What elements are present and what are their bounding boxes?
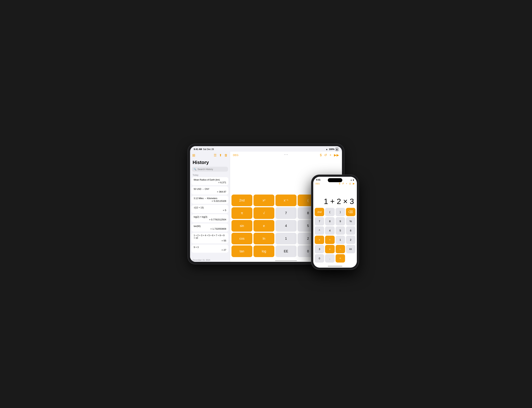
- iphone-btn-power[interactable]: ^: [315, 226, 324, 235]
- btn-4[interactable]: 4: [275, 220, 296, 232]
- history-result: = 5.02115328: [194, 200, 226, 202]
- iphone-btn-equals[interactable]: =: [336, 254, 345, 263]
- dot-2: [286, 154, 286, 155]
- btn-tan[interactable]: tan: [232, 246, 252, 257]
- history-expr: √(12 + 13): [194, 206, 226, 209]
- history-expr: tan(60): [194, 225, 226, 228]
- history-expr: 3.12 Miles → Kilometers: [194, 197, 226, 200]
- btn-ln[interactable]: ln: [253, 233, 274, 244]
- iphone-btn-dot[interactable]: .: [325, 254, 334, 263]
- iphone-btn-0[interactable]: 0: [315, 254, 324, 263]
- iphone-btn-open-paren[interactable]: (: [325, 208, 334, 216]
- btn-7[interactable]: 7: [275, 207, 296, 219]
- history-expr: Mean Radius of Earth (km): [194, 178, 226, 181]
- btn-2nd[interactable]: 2nd: [232, 195, 252, 206]
- list-item: 9 × 3 = 27: [191, 245, 228, 253]
- history-expr: 1 + 2 + 3 + 4 + 5 + 6 + 7 + 8 + 9 + 10: [194, 234, 226, 239]
- iphone-home-bar: [328, 266, 342, 267]
- iphone-device: 9:41 ▲ ▮ DEG $ ↺ + ◎ ▶ 1 + 2 × 3: [311, 175, 359, 270]
- iphone-btn-7[interactable]: 7: [315, 217, 324, 225]
- iphone-home-indicator: [313, 264, 357, 268]
- iphone-status-time: 9:41: [316, 178, 321, 181]
- section-today-label: Today: [190, 173, 230, 177]
- list-item: Mean Radius of Earth (km) = 6,371: [191, 177, 228, 185]
- btn-x-inverse[interactable]: x⁻¹: [275, 195, 296, 206]
- iphone-btn-close-paren[interactable]: ): [336, 208, 345, 216]
- search-input[interactable]: [198, 168, 226, 170]
- iphone-btn-plus[interactable]: +: [325, 245, 334, 253]
- history-expr: log(2) + log(3): [194, 216, 226, 218]
- iphone-btn-5[interactable]: 5: [336, 226, 345, 235]
- list-item: log(2) + log(3) = 0.7781512504: [191, 214, 228, 222]
- btn-x-squared[interactable]: x²: [253, 195, 274, 206]
- btn-sqrt[interactable]: √: [253, 207, 274, 219]
- iphone-btn-minus[interactable]: −: [336, 245, 345, 253]
- sidebar-toggle-icon[interactable]: ⊞: [192, 153, 195, 157]
- currency-icon[interactable]: $: [320, 153, 322, 157]
- history-result: = 55: [194, 239, 226, 242]
- iphone-btn-multiply[interactable]: ×: [315, 236, 324, 244]
- iphone-btn-8[interactable]: 8: [325, 217, 334, 225]
- iphone-add-icon[interactable]: +: [346, 182, 347, 185]
- history-expr: 9 × 3: [194, 246, 226, 248]
- ipad-status-time: 9:41 AM: [194, 148, 202, 151]
- iphone-currency-icon[interactable]: $: [339, 182, 340, 185]
- trash-icon[interactable]: 🗑: [224, 153, 228, 157]
- section-bottom-label: December 15, 2024: [190, 258, 230, 262]
- battery-percentage: 100%: [329, 148, 334, 151]
- iphone-btn-delete[interactable]: ⌫: [346, 208, 355, 216]
- iphone-btn-1[interactable]: 1: [336, 236, 345, 244]
- list-icon[interactable]: ☰: [214, 153, 216, 157]
- iphone-wifi-icon: ▲: [350, 179, 352, 181]
- btn-pi[interactable]: π: [232, 207, 252, 219]
- iphone-btn-6[interactable]: 6: [346, 226, 355, 235]
- iphone-btn-9[interactable]: 9: [336, 217, 345, 225]
- history-result: = 5: [194, 209, 226, 212]
- history-result: = 1.732050808: [194, 228, 226, 230]
- iphone-refresh-icon[interactable]: ↺: [342, 182, 344, 185]
- iphone-screen: 9:41 ▲ ▮ DEG $ ↺ + ◎ ▶ 1 + 2 × 3: [313, 177, 357, 268]
- iphone-btn-divide[interactable]: ÷: [325, 236, 334, 244]
- search-icon: 🔍: [194, 168, 196, 170]
- list-item: 50 USD → CNY = 364.97: [191, 186, 228, 195]
- btn-ee[interactable]: EE: [275, 246, 296, 257]
- iphone-notch-area: 9:41 ▲ ▮: [313, 177, 357, 181]
- history-list: Mean Radius of Earth (km) = 6,371 50 USD…: [190, 177, 230, 258]
- toolbar-right: $ ↺ + ▶▶: [320, 153, 339, 157]
- share-icon[interactable]: ⬆: [219, 153, 222, 157]
- iphone-btn-percent[interactable]: %: [346, 217, 355, 225]
- history-result: = 27: [194, 248, 226, 251]
- sidebar: ⊞ ☰ ⬆ 🗑 History 🔍 Today: [190, 152, 230, 262]
- iphone-btn-4[interactable]: 4: [325, 226, 334, 235]
- dot-1: [284, 154, 285, 155]
- iphone-deg-label[interactable]: DEG: [316, 183, 320, 185]
- forward-icon[interactable]: ▶▶: [334, 153, 339, 157]
- main-toolbar: DEG $ ↺ + ▶▶: [230, 152, 342, 159]
- dot-3: [287, 154, 288, 155]
- btn-sin[interactable]: sin: [232, 220, 252, 232]
- list-item: tan(60) = 1.732050808: [191, 223, 228, 232]
- iphone-btn-3[interactable]: 3: [315, 245, 324, 253]
- ipad-status-right: ▲ 100% ▮: [326, 148, 338, 151]
- iphone-forward-icon[interactable]: ▶: [353, 182, 355, 185]
- sidebar-title: History: [190, 159, 230, 167]
- list-item: √(12 + 13) = 5: [191, 205, 228, 213]
- iphone-settings-icon[interactable]: ◎: [349, 182, 351, 185]
- search-bar[interactable]: 🔍: [192, 167, 228, 172]
- iphone-btn-2[interactable]: 2: [346, 236, 355, 244]
- btn-1[interactable]: 1: [275, 233, 296, 244]
- history-result: = 6,371: [194, 181, 226, 184]
- iphone-btn-ee[interactable]: EE: [346, 245, 355, 253]
- btn-e[interactable]: e: [253, 220, 274, 232]
- refresh-icon[interactable]: ↺: [324, 153, 327, 157]
- iphone-display: 1 + 2 × 3: [313, 186, 357, 207]
- sidebar-toolbar: ⊞ ☰ ⬆ 🗑: [190, 152, 230, 159]
- ipad-status-bar: 9:41 AM Sat Dec 28 ▲ 100% ▮: [190, 146, 342, 152]
- btn-cos[interactable]: cos: [232, 233, 252, 244]
- iphone-battery-icon: ▮: [353, 179, 354, 181]
- deg-label[interactable]: DEG: [233, 154, 238, 157]
- iphone-buttons: 2nd ( ) ⌫ 7 8 9 % ^ 4 5 6 × ÷ 1 2 3 +: [313, 207, 357, 264]
- add-icon[interactable]: +: [329, 153, 332, 157]
- iphone-btn-2nd[interactable]: 2nd: [315, 208, 324, 216]
- btn-log[interactable]: log: [253, 246, 274, 257]
